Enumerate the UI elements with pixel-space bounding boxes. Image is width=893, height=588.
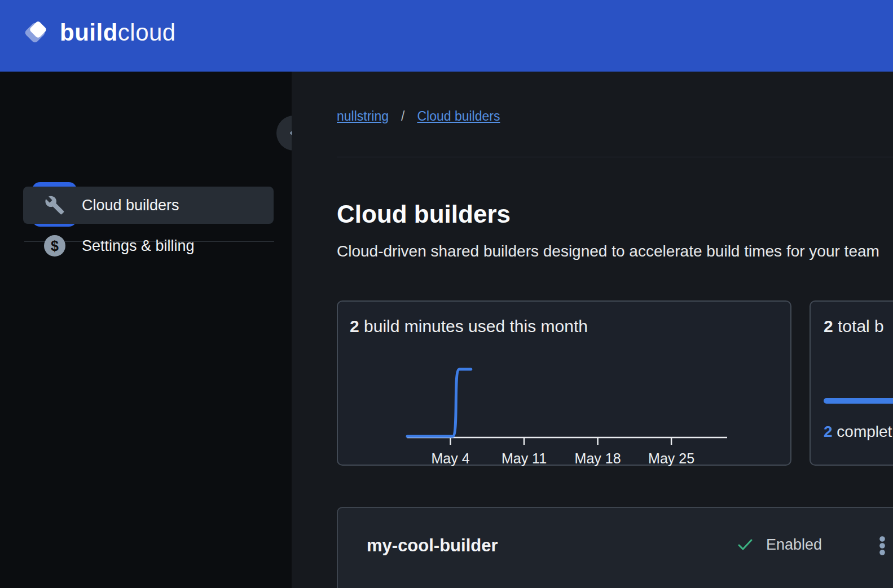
wrench-icon: [44, 194, 65, 216]
sidebar-item-label: Settings & billing: [82, 237, 195, 255]
builder-menu-button[interactable]: [871, 534, 893, 559]
builder-status: Enabled: [736, 536, 822, 554]
total-builds-title: 2 total b: [824, 317, 884, 336]
brand: buildcloud: [25, 18, 176, 47]
svg-text:May 4: May 4: [431, 450, 469, 466]
breadcrumb-link-cloud-builders[interactable]: Cloud builders: [417, 109, 500, 124]
build-minutes-card: 2 build minutes used this month May 4May…: [337, 300, 791, 466]
breadcrumb-separator: /: [401, 109, 404, 124]
builds-completed-number: 2: [824, 423, 833, 440]
builds-progress-bar: [824, 398, 893, 404]
dollar-icon: $: [44, 235, 65, 257]
brand-name: buildcloud: [60, 19, 176, 46]
status-badge: Enabled: [766, 536, 822, 554]
header-divider: [337, 157, 893, 157]
svg-text:May 11: May 11: [502, 450, 547, 466]
breadcrumb-link-org[interactable]: nullstring: [337, 109, 389, 124]
total-builds-number: 2: [824, 317, 833, 335]
check-icon: [736, 536, 754, 554]
sidebar-item-settings-billing[interactable]: $ Settings & billing: [23, 227, 274, 264]
dollar-circle: $: [44, 235, 65, 257]
total-builds-text: total b: [833, 317, 884, 335]
svg-text:May 25: May 25: [648, 450, 694, 466]
app-root: buildcloud: [0, 0, 893, 588]
page-title: Cloud builders: [337, 200, 511, 228]
builds-completed-caption: 2 complet: [824, 423, 892, 441]
builder-card: my-cool-builder Enabled: [337, 507, 893, 588]
sidebar-item-cloud-builders[interactable]: Cloud builders: [23, 187, 274, 224]
sidebar-item-label: Cloud builders: [82, 197, 179, 214]
builds-completed-text: complet: [833, 423, 892, 440]
app-header: buildcloud: [0, 0, 893, 72]
builder-name: my-cool-builder: [367, 536, 498, 556]
total-builds-card: 2 total b 2 complet: [810, 300, 893, 466]
breadcrumb: nullstring / Cloud builders: [337, 109, 500, 124]
usage-chart: May 4May 11May 18May 25: [338, 302, 793, 467]
brand-name-light: cloud: [118, 19, 176, 46]
brand-name-bold: build: [60, 19, 118, 46]
main-content: nullstring / Cloud builders Cloud builde…: [292, 72, 893, 588]
sidebar: nullstring Cloud builders $ Settings & b…: [0, 72, 292, 588]
kebab-menu-icon: [879, 536, 886, 557]
svg-text:May 18: May 18: [575, 450, 621, 466]
page-description: Cloud-driven shared builders designed to…: [337, 242, 893, 260]
buildcloud-logo-icon: [25, 19, 52, 46]
